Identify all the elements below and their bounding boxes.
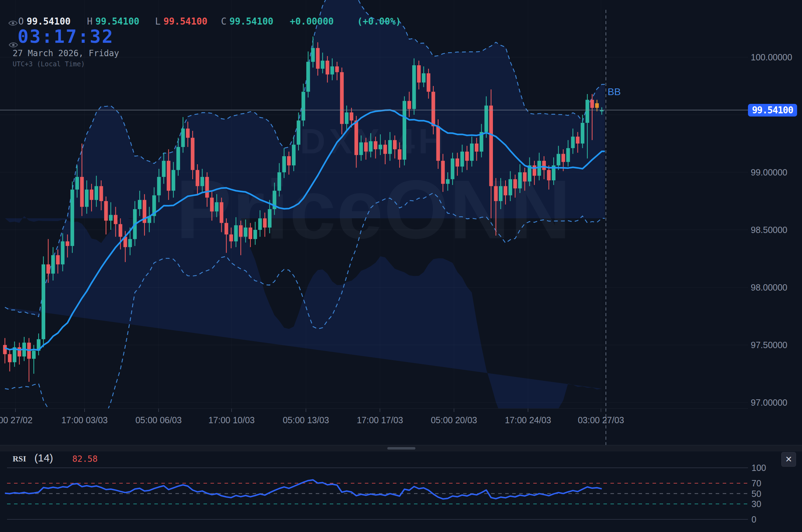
candle-body xyxy=(340,72,344,124)
change-pct-value: (+0.00%) xyxy=(357,16,401,27)
candle-body xyxy=(258,218,262,230)
candle-body xyxy=(345,112,349,124)
candle-body xyxy=(407,101,411,109)
low-label: L xyxy=(155,16,161,27)
close-icon[interactable]: ✕ xyxy=(781,452,796,467)
candle-body xyxy=(176,147,180,170)
price-axis-label: 98.00000 xyxy=(751,282,800,293)
candle-body xyxy=(412,65,416,109)
candle-body xyxy=(557,154,561,166)
candle-body xyxy=(249,227,253,239)
candle-body xyxy=(71,189,74,246)
session-clock: 03:17:32 xyxy=(18,26,114,47)
visibility-eye-icon[interactable] xyxy=(8,41,18,48)
candle-body xyxy=(90,189,94,200)
candle-body xyxy=(56,255,60,264)
time-axis-label: 17:00 17/03 xyxy=(348,415,412,425)
time-axis-label: 05:00 20/03 xyxy=(422,415,486,425)
candle-body xyxy=(446,179,450,184)
candle-body xyxy=(278,172,281,191)
rsi-current-value: 82.58 xyxy=(72,454,98,464)
candle-body xyxy=(581,123,584,144)
candle-body xyxy=(576,137,580,144)
candle-body xyxy=(364,142,368,152)
bollinger-band-label[interactable]: BB xyxy=(608,86,621,98)
candle-body xyxy=(494,186,498,201)
last-price-label: 99.54100 xyxy=(748,104,797,117)
candle-body xyxy=(432,92,435,126)
candle-body xyxy=(537,161,541,176)
candle-body xyxy=(287,156,291,165)
candle-body xyxy=(46,264,50,273)
candle-body xyxy=(191,138,195,170)
rsi-pane xyxy=(5,468,748,519)
chart-canvas[interactable] xyxy=(0,0,802,532)
candle-body xyxy=(422,73,426,82)
candle-body xyxy=(119,224,122,237)
candle-body xyxy=(586,100,589,123)
candle-body xyxy=(595,103,599,108)
candle-body xyxy=(350,112,354,120)
time-axis-label: 05:00 13/03 xyxy=(274,415,337,425)
candle-body xyxy=(326,61,329,74)
price-axis-label: 97.50000 xyxy=(751,340,800,350)
candle-body xyxy=(403,101,407,160)
candle-body xyxy=(282,156,286,172)
candle-body xyxy=(297,120,301,145)
candle-body xyxy=(441,161,445,184)
bollinger-fill xyxy=(5,0,605,449)
candle-body xyxy=(354,120,358,155)
candle-body xyxy=(18,347,21,357)
visibility-eye-icon[interactable] xyxy=(8,20,18,27)
candle-body xyxy=(229,234,233,241)
candle-body xyxy=(451,159,455,179)
candle-body xyxy=(321,61,325,69)
candle-body xyxy=(359,142,363,155)
candle-body xyxy=(205,177,209,198)
candle-body xyxy=(417,65,421,82)
candle-body xyxy=(104,201,108,221)
candle-body xyxy=(292,145,296,165)
rsi-axis-label: 70 xyxy=(751,478,794,488)
candle-body xyxy=(128,239,132,247)
candle-body xyxy=(513,179,517,188)
candle-body xyxy=(455,159,459,167)
rsi-period: (14) xyxy=(34,452,53,464)
candle-body xyxy=(475,144,479,152)
candle-body xyxy=(85,189,89,207)
candle-body xyxy=(470,144,474,161)
rsi-axis-label: 0 xyxy=(751,514,794,525)
time-axis-label: 17:00 10/03 xyxy=(200,415,263,425)
candle-body xyxy=(316,48,320,69)
candle-body xyxy=(239,225,243,237)
candle-body xyxy=(542,161,546,170)
candle-body xyxy=(335,66,339,72)
candle-body xyxy=(398,149,402,160)
candle-body xyxy=(225,223,228,234)
candle-body xyxy=(504,186,508,195)
rsi-indicator-title[interactable]: RSI xyxy=(13,454,26,464)
high-value: 99.54100 xyxy=(95,16,139,27)
low-value: 99.54100 xyxy=(163,16,207,27)
candle-body xyxy=(172,170,175,191)
pane-resize-handle[interactable] xyxy=(387,447,415,450)
candle-body xyxy=(330,66,334,74)
candle-body xyxy=(94,186,98,200)
price-axis-label: 100.00000 xyxy=(751,52,800,62)
candle-body xyxy=(244,227,248,237)
high-label: H xyxy=(87,16,93,27)
candle-body xyxy=(157,177,161,195)
candle-body xyxy=(253,230,257,239)
candle-body xyxy=(427,73,430,92)
timezone-label: UTC+3 (Local Time) xyxy=(13,60,85,68)
open-value: 99.54100 xyxy=(27,16,71,27)
candle-body xyxy=(508,179,512,195)
candle-body xyxy=(374,141,377,149)
candle-body xyxy=(200,177,204,186)
candle-body xyxy=(547,170,551,180)
candle-body xyxy=(99,186,103,201)
candle-body xyxy=(301,92,305,120)
close-value: 99.54100 xyxy=(229,16,273,27)
candle-body xyxy=(220,202,223,223)
candle-body xyxy=(263,218,267,227)
